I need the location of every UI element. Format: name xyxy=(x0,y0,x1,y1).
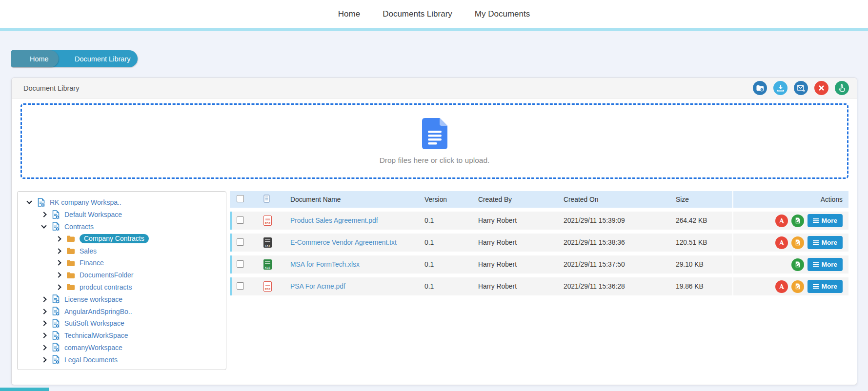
pdf-action-icon[interactable]: A xyxy=(775,236,788,249)
tree-item-label: prodcut contracts xyxy=(80,283,132,291)
chevron-right-icon[interactable] xyxy=(56,260,61,266)
breadcrumb-item-home[interactable]: Home xyxy=(11,50,59,67)
tree-item-label: Finance xyxy=(80,259,104,267)
version-value: 0.1 xyxy=(418,283,471,290)
tree-item-technicalworkspace[interactable]: TechnicalWorkSpace xyxy=(20,330,223,342)
svg-text:A: A xyxy=(779,239,785,247)
nav-home[interactable]: Home xyxy=(338,9,360,19)
row-checkbox[interactable] xyxy=(237,216,244,224)
tree-item-sutisoft-workspace[interactable]: SutiSoft Workspace xyxy=(20,317,223,330)
tree-item-angularandspringbo[interactable]: AngularAndSpringBo.. xyxy=(20,305,223,317)
workspace-tree: RK company Workspa.. Default Workspace C… xyxy=(17,191,226,370)
hand-pointer-icon[interactable] xyxy=(835,81,849,95)
size-value: 264.42 KB xyxy=(669,217,732,224)
tree-item-comanyworkspace[interactable]: comanyWorkspace xyxy=(20,342,223,354)
tree-item-finance[interactable]: Finance xyxy=(20,257,223,269)
tree-item-contracts[interactable]: Contracts xyxy=(20,221,223,233)
chevron-right-icon[interactable] xyxy=(41,296,46,302)
chevron-down-icon[interactable] xyxy=(41,223,46,228)
workspace-icon xyxy=(52,294,60,304)
row-checkbox[interactable] xyxy=(237,282,244,290)
more-button[interactable]: More xyxy=(807,258,843,271)
chevron-right-icon[interactable] xyxy=(41,309,46,314)
txt-file-icon: TXT xyxy=(263,237,272,248)
chevron-right-icon[interactable] xyxy=(41,345,46,350)
tree-item-legal-documents[interactable]: Legal Documents xyxy=(20,353,223,366)
panel-title: Document Library xyxy=(23,84,79,92)
chevron-right-icon[interactable] xyxy=(41,212,46,217)
table-row: TXT E-Commerce Vendor Agreement.txt 0.1 … xyxy=(230,234,848,252)
workspace-icon xyxy=(52,210,60,219)
accent-divider xyxy=(0,28,868,31)
download-icon[interactable] xyxy=(773,81,787,95)
column-size: Size xyxy=(669,196,732,203)
nav-documents-library[interactable]: Documents Library xyxy=(383,9,452,19)
pdf-file-icon: PDF xyxy=(263,281,272,292)
document-link[interactable]: MSA for FormTech.xlsx xyxy=(290,261,360,268)
pdf-action-icon[interactable]: A xyxy=(775,215,788,227)
document-column-icon xyxy=(263,195,270,203)
workspace-icon xyxy=(52,355,60,364)
version-value: 0.1 xyxy=(418,217,471,224)
chevron-right-icon[interactable] xyxy=(41,321,46,326)
tree-item-license-workspace[interactable]: License workspace xyxy=(20,293,223,305)
tree-item-rk-company-workspace[interactable]: RK company Workspa.. xyxy=(20,196,223,209)
file-dropzone[interactable]: Drop files here or click to upload. xyxy=(20,103,848,179)
tree-item-prodcut-contracts[interactable]: prodcut contracts xyxy=(20,281,223,293)
chevron-right-icon[interactable] xyxy=(41,357,46,362)
tree-item-label: Default Workspace xyxy=(64,211,122,218)
created-by-value: Harry Robert xyxy=(471,239,557,246)
workspace-icon xyxy=(37,198,45,207)
document-link[interactable]: E-Commerce Vendor Agreement.txt xyxy=(290,239,397,246)
column-created-on: Created On xyxy=(557,196,669,203)
tree-item-label: Contracts xyxy=(64,223,94,231)
doc-convert-orange-icon[interactable] xyxy=(791,236,804,249)
doc-convert-orange-icon[interactable] xyxy=(791,280,804,293)
tree-item-company-contracts[interactable]: Company Contracts xyxy=(20,233,223,245)
created-by-value: Harry Robert xyxy=(471,217,557,224)
tree-item-label: Sales xyxy=(80,247,97,255)
more-button[interactable]: More xyxy=(807,236,843,249)
column-created-by: Created By xyxy=(471,196,557,203)
chevron-right-icon[interactable] xyxy=(56,236,61,241)
xlsx-file-icon: XLS xyxy=(263,259,272,270)
chevron-right-icon[interactable] xyxy=(56,284,61,290)
tree-item-documentsfolder[interactable]: DocumentsFolder xyxy=(20,269,223,281)
document-link[interactable]: Product Sales Agreement.pdf xyxy=(290,217,378,224)
table-header: Document Name Version Created By Created… xyxy=(230,191,848,208)
created-by-value: Harry Robert xyxy=(471,261,557,268)
chevron-right-icon[interactable] xyxy=(41,332,46,338)
doc-convert-green-icon[interactable] xyxy=(791,215,804,227)
column-actions: Actions xyxy=(732,191,848,208)
tree-item-label: RK company Workspa.. xyxy=(50,198,121,206)
tree-item-default-workspace[interactable]: Default Workspace xyxy=(20,209,223,221)
version-value: 0.1 xyxy=(418,239,471,246)
panel-toolbar xyxy=(753,81,849,95)
tree-item-label: SutiSoft Workspace xyxy=(64,319,124,327)
chevron-down-icon[interactable] xyxy=(26,199,32,204)
pdf-file-icon: PDF xyxy=(263,215,272,226)
tree-item-sales[interactable]: Sales xyxy=(20,245,223,257)
folder-icon[interactable] xyxy=(753,81,767,95)
chevron-right-icon[interactable] xyxy=(56,248,61,254)
horizontal-scrollbar-thumb[interactable] xyxy=(0,388,49,391)
delete-icon[interactable] xyxy=(814,81,828,95)
table-row: PDF Product Sales Agreement.pdf 0.1 Harr… xyxy=(230,212,848,230)
version-value: 0.1 xyxy=(418,261,471,268)
row-checkbox[interactable] xyxy=(237,260,244,268)
more-button[interactable]: More xyxy=(807,214,843,227)
folder-icon xyxy=(66,283,75,291)
chevron-right-icon[interactable] xyxy=(56,273,61,278)
email-icon[interactable] xyxy=(794,81,808,95)
select-all-checkbox[interactable] xyxy=(237,195,244,202)
panel-header: Document Library xyxy=(12,78,857,98)
document-link[interactable]: PSA For Acme.pdf xyxy=(290,283,345,290)
documents-table: Document Name Version Created By Created… xyxy=(230,191,848,295)
nav-my-documents[interactable]: My Documents xyxy=(475,9,530,19)
pdf-action-icon[interactable]: A xyxy=(775,280,788,293)
row-checkbox[interactable] xyxy=(237,238,244,246)
top-navigation: Home Documents Library My Documents xyxy=(0,0,868,28)
created-on-value: 2021/29/11 15:36:28 xyxy=(557,283,669,290)
more-button[interactable]: More xyxy=(807,280,843,293)
doc-convert-green-icon[interactable] xyxy=(791,258,804,271)
